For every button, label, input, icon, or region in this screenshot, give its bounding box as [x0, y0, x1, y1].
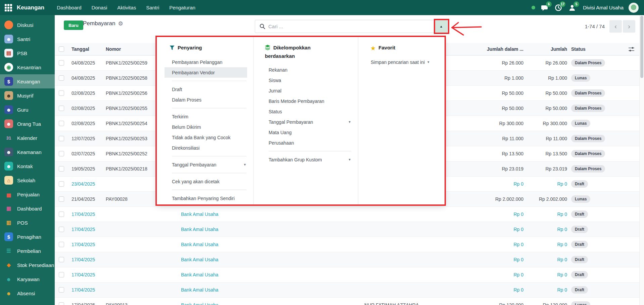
requests-icon[interactable]: 5: [568, 3, 577, 12]
app-name[interactable]: Keuangan: [17, 4, 44, 11]
sidebar-item-penagihan[interactable]: $Penagihan: [0, 230, 55, 244]
sidebar-item-musyrif[interactable]: ☻Musyrif: [0, 88, 55, 103]
messages-icon[interactable]: 6: [540, 3, 549, 12]
menu-pengaturan[interactable]: Pengaturan: [164, 0, 200, 15]
row-checkbox[interactable]: [55, 287, 67, 293]
checkbox-box: [59, 212, 64, 217]
row-checkbox[interactable]: [55, 60, 67, 66]
filter-option-dalam-proses[interactable]: Dalam Proses: [172, 94, 253, 105]
row-checkbox[interactable]: [55, 75, 67, 81]
apps-grid-icon[interactable]: [5, 4, 12, 11]
column-header-jumlah-dalam[interactable]: Jumlah dalam ...: [466, 46, 527, 52]
filter-option-pembayaran-vendor[interactable]: Pembayaran Vendor: [165, 67, 247, 78]
row-checkbox[interactable]: [55, 181, 67, 187]
app-icon-absensi: ☻: [4, 289, 13, 298]
chevron-down-icon: ▾: [244, 162, 246, 167]
sidebar-item-sekolah[interactable]: ⌂Sekolah: [0, 173, 55, 187]
user-avatar[interactable]: [629, 3, 639, 13]
sidebar-item-kontak[interactable]: ☻Kontak: [0, 159, 55, 173]
table-row[interactable]: 17/04/2025Bank Amal UsahaRp 0Rp 0Draft: [55, 237, 639, 252]
gear-icon[interactable]: ⚙: [118, 21, 123, 27]
filter-option-tanggal-pembayaran[interactable]: Tanggal Pembayaran▾: [172, 159, 253, 170]
row-checkbox[interactable]: [55, 136, 67, 141]
groupby-option-rekanan[interactable]: Rekanan: [269, 65, 358, 75]
column-options-icon[interactable]: [623, 47, 639, 52]
groupby-option-tambahkan-grup-kustom[interactable]: Tambahkan Grup Kustom▾: [269, 154, 358, 165]
search-dropdown-toggle[interactable]: ▲: [435, 20, 447, 33]
sidebar-item-kalender[interactable]: 31Kalender: [0, 131, 55, 145]
filter-option-draft[interactable]: Draft: [172, 84, 253, 94]
sidebar-item-dashboard[interactable]: ▦Dashboard: [0, 201, 55, 216]
sidebar-item-psb[interactable]: ▤PSB: [0, 46, 55, 60]
sidebar-item-orang-tua[interactable]: ☻Orang Tua: [0, 117, 55, 131]
table-row[interactable]: 17/04/2025Bank Amal UsahaRp 0Rp 0Draft: [55, 282, 639, 298]
search-box: ▲: [255, 20, 448, 33]
column-header-status[interactable]: Status: [570, 46, 623, 52]
table-row[interactable]: 17/04/2025PAY00013Bank Amal UsahaNUR FAT…: [55, 298, 639, 305]
sidebar-item-santri[interactable]: ☻Santri: [0, 32, 55, 46]
row-checkbox[interactable]: [55, 151, 67, 156]
sidebar-item-pembelian[interactable]: ☰Pembelian: [0, 244, 55, 258]
column-header-tanggal[interactable]: Tanggal: [67, 46, 104, 52]
cell-tanggal: 17/04/2025: [67, 287, 104, 293]
groupby-option-status[interactable]: Status: [269, 106, 358, 117]
pager-prev-button[interactable]: ‹: [609, 20, 622, 33]
sidebar-item-stok-persediaan[interactable]: ◆Stok Persediaan: [0, 258, 55, 272]
menu-aktivitas[interactable]: Aktivitas: [112, 0, 141, 15]
chevron-down-icon: ▾: [349, 157, 351, 162]
groupby-option-siswa[interactable]: Siswa: [269, 75, 358, 85]
sidebar-item-penjualan[interactable]: ▅Penjualan: [0, 187, 55, 201]
user-menu[interactable]: Divisi Amal Usaha: [583, 5, 624, 10]
table-row[interactable]: 17/04/2025Bank Amal UsahaRp 0Rp 0Draft: [55, 207, 639, 222]
table-row[interactable]: 17/04/2025Bank Amal UsahaRp 0Rp 0Draft: [55, 267, 639, 282]
row-checkbox[interactable]: [55, 302, 67, 305]
row-checkbox[interactable]: [55, 106, 67, 111]
groupby-option-jurnal[interactable]: Jurnal: [269, 85, 358, 96]
vertical-scrollbar[interactable]: [639, 15, 644, 305]
menu-santri[interactable]: Santri: [141, 0, 164, 15]
row-checkbox[interactable]: [55, 272, 67, 277]
sidebar-item-pos[interactable]: ▥POS: [0, 216, 55, 230]
column-header-jumlah[interactable]: Jumlah: [527, 46, 570, 52]
filter-option-tidak-ada-bank-yang-cocok[interactable]: Tidak ada Bank yang Cocok: [172, 132, 253, 143]
row-checkbox[interactable]: [55, 196, 67, 202]
filter-option-terkirim[interactable]: Terkirim: [172, 111, 253, 122]
filter-option-belum-dikirim[interactable]: Belum Dikirim: [172, 122, 253, 132]
filter-option-tambahkan-penyaring-sendiri[interactable]: Tambahkan Penyaring Sendiri: [172, 193, 253, 203]
groupby-option-perusahaan[interactable]: Perusahaan: [269, 138, 358, 148]
menu-dashboard[interactable]: Dashboard: [52, 0, 86, 15]
row-checkbox[interactable]: [55, 227, 67, 232]
sidebar-item-guru[interactable]: ☻Guru: [0, 103, 55, 117]
pager-next-button[interactable]: ›: [623, 20, 635, 33]
row-checkbox[interactable]: [55, 166, 67, 171]
new-button[interactable]: Baru: [64, 21, 83, 30]
filter-option-cek-yang-akan-dicetak[interactable]: Cek yang akan dicetak: [172, 176, 253, 187]
sidebar-item-diskusi[interactable]: Diskusi: [0, 18, 55, 32]
table-row[interactable]: 17/04/2025Bank Amal UsahaRp 0Rp 0Draft: [55, 222, 639, 237]
activities-icon[interactable]: 17: [554, 3, 563, 12]
row-checkbox[interactable]: [55, 257, 67, 262]
groupby-option-mata-uang[interactable]: Mata Uang: [269, 127, 358, 138]
scrollbar-thumb[interactable]: [640, 16, 643, 78]
menu-donasi[interactable]: Donasi: [87, 0, 112, 15]
sidebar-item-keuangan[interactable]: $Keuangan: [0, 74, 55, 88]
row-checkbox[interactable]: [55, 212, 67, 217]
select-all-checkbox[interactable]: [55, 46, 67, 52]
table-row[interactable]: 17/04/2025Bank Amal UsahaRp 0Rp 0Draft: [55, 252, 639, 267]
groupby-option-label: Siswa: [269, 78, 281, 83]
sidebar-item-karyawan[interactable]: ☻Karyawan: [0, 272, 55, 286]
sidebar-item-absensi[interactable]: ☻Absensi: [0, 286, 55, 300]
row-checkbox[interactable]: [55, 242, 67, 247]
status-badge: Dalam Proses: [571, 165, 605, 173]
filter-option-pembayaran-pelanggan[interactable]: Pembayaran Pelanggan: [172, 57, 253, 67]
search-input[interactable]: [268, 24, 435, 29]
row-checkbox[interactable]: [55, 90, 67, 96]
groupby-option-baris-metode-pembayaran[interactable]: Baris Metode Pembayaran: [269, 96, 358, 106]
favorite-option-simpan-pencarian-saat-ini[interactable]: Simpan pencarian saat ini▾: [371, 57, 445, 67]
row-checkbox[interactable]: [55, 121, 67, 126]
sidebar-item-keamanan[interactable]: ☻Keamanan: [0, 145, 55, 159]
filter-option-direkonsiliasi[interactable]: Direkonsiliasi: [172, 143, 253, 153]
sidebar-item-kesantrian[interactable]: ◉Kesantrian: [0, 60, 55, 74]
cell-jurnal: Bank Amal Usaha: [178, 242, 362, 247]
groupby-option-tanggal-pembayaran[interactable]: Tanggal Pembayaran▾: [269, 117, 358, 127]
